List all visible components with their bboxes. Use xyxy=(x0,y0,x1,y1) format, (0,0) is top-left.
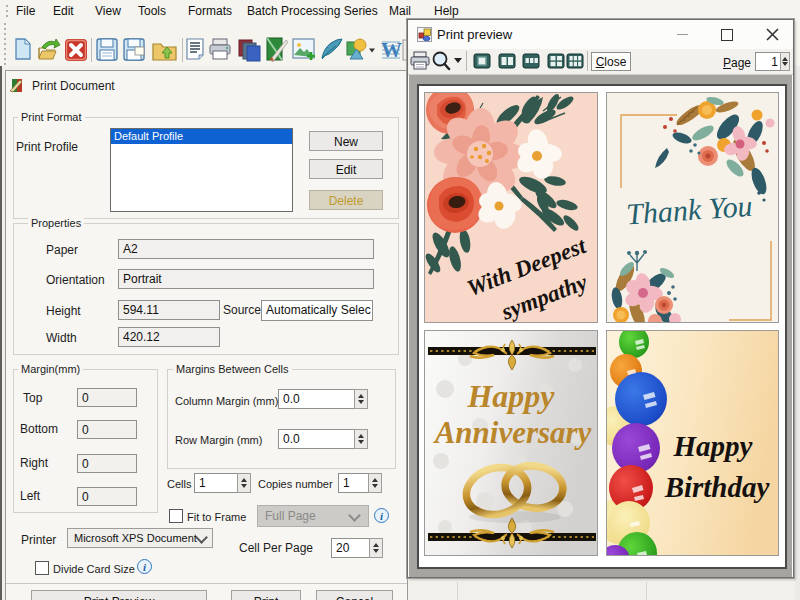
svg-text:Happy: Happy xyxy=(466,378,555,414)
svg-text:Birthday: Birthday xyxy=(664,471,770,503)
svg-text:Happy: Happy xyxy=(673,430,753,462)
svg-text:Anniversary: Anniversary xyxy=(433,415,592,450)
